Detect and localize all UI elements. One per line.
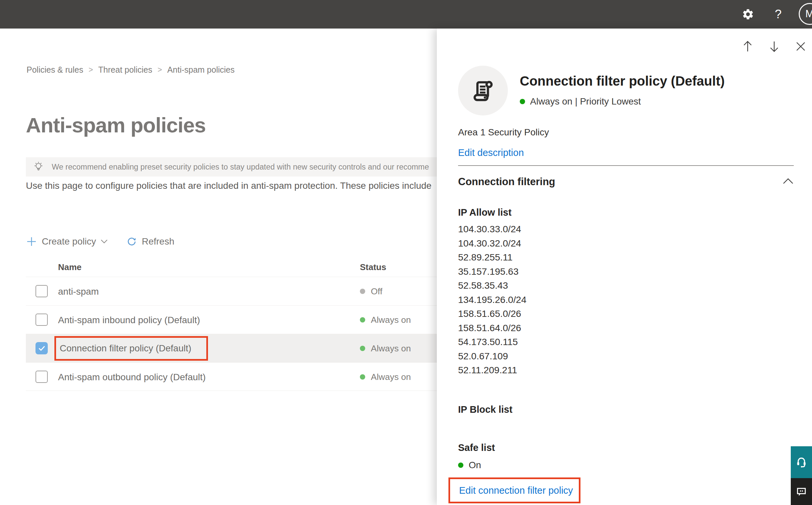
feedback-chat-button[interactable] <box>791 478 812 505</box>
status-dot-green <box>360 317 365 323</box>
edit-connection-filter-policy-link[interactable]: Edit connection filter policy <box>459 485 573 496</box>
ip-entry: 35.157.195.63 <box>458 265 527 279</box>
section-connection-filtering[interactable]: Connection filtering <box>458 176 794 188</box>
chevron-up-icon[interactable] <box>783 177 794 184</box>
row-checkbox-unchecked[interactable] <box>35 371 48 383</box>
create-policy-label: Create policy <box>42 236 96 247</box>
chevron-down-icon <box>100 239 108 244</box>
feedback-chat-icon <box>795 485 808 498</box>
ip-entry: 104.30.32.0/24 <box>458 236 527 250</box>
safe-list-status: On <box>458 460 481 471</box>
top-app-bar: ? M <box>0 0 812 28</box>
ip-entry: 52.58.35.43 <box>458 278 527 293</box>
ip-block-list-label: IP Block list <box>458 404 513 415</box>
breadcrumb-policies-rules[interactable]: Policies & rules <box>26 65 83 75</box>
breadcrumb: Policies & rules > Threat policies > Ant… <box>26 65 234 75</box>
headset-icon <box>794 455 808 469</box>
breadcrumb-separator: > <box>158 65 162 74</box>
lightbulb-icon <box>32 161 44 173</box>
plus-icon <box>26 236 37 247</box>
ip-entry: 52.89.255.11 <box>458 250 527 265</box>
main-content: Policies & rules > Threat policies > Ant… <box>0 28 437 505</box>
status-dot-green <box>458 463 463 468</box>
column-header-name[interactable]: Name <box>58 262 81 273</box>
column-header-status[interactable]: Status <box>360 262 386 273</box>
details-flyout-panel: Connection filter policy (Default) Alway… <box>437 28 812 505</box>
policy-name-link[interactable]: Anti-spam outbound policy (Default) <box>58 372 206 382</box>
panel-status-text: Always on | Priority Lowest <box>530 96 641 107</box>
page-description: Use this page to configure policies that… <box>26 180 437 191</box>
account-avatar[interactable]: M <box>799 3 812 25</box>
refresh-label: Refresh <box>142 236 174 247</box>
command-bar: Create policy Refresh <box>26 231 179 251</box>
table-row-selected[interactable]: Connection filter policy (Default) Alway… <box>26 334 437 362</box>
status-cell: Always on <box>360 363 411 391</box>
refresh-icon <box>127 236 137 247</box>
banner-text: We recommend enabling preset security po… <box>52 163 429 172</box>
edit-description-link[interactable]: Edit description <box>458 147 524 158</box>
status-dot-green <box>360 346 365 351</box>
annotation-highlight-box: Connection filter policy (Default) <box>54 336 208 361</box>
help-icon[interactable]: ? <box>770 0 786 28</box>
checkmark-icon <box>38 344 46 352</box>
panel-status-line: Always on | Priority Lowest <box>520 96 641 107</box>
status-dot-green <box>360 374 365 379</box>
refresh-button[interactable]: Refresh <box>127 236 179 247</box>
next-item-arrow-down-icon[interactable] <box>768 40 781 53</box>
ip-entry: 52.0.67.109 <box>458 349 527 363</box>
close-icon[interactable] <box>794 40 807 53</box>
breadcrumb-separator: > <box>88 65 93 74</box>
table-row[interactable]: Anti-spam inbound policy (Default) Alway… <box>26 305 437 334</box>
policy-description: Area 1 Security Policy <box>458 127 549 138</box>
safe-list-status-text: On <box>469 460 481 471</box>
settings-gear-icon[interactable] <box>739 0 757 28</box>
ip-entry: 158.51.65.0/26 <box>458 307 527 321</box>
status-cell: Off <box>360 277 382 306</box>
status-label: Always on <box>371 343 411 354</box>
recommendation-banner: We recommend enabling preset security po… <box>26 157 437 177</box>
policy-name-link[interactable]: Anti-spam inbound policy (Default) <box>58 315 200 326</box>
status-cell: Always on <box>360 334 411 363</box>
ip-allow-list: 104.30.33.0/24 104.30.32.0/24 52.89.255.… <box>458 222 527 377</box>
status-label: Off <box>371 286 382 297</box>
table-header: Name Status <box>26 259 437 277</box>
breadcrumb-threat-policies[interactable]: Threat policies <box>98 65 152 75</box>
row-checkbox-checked[interactable] <box>35 342 48 354</box>
policy-name-link[interactable]: anti-spam <box>58 286 99 297</box>
divider <box>458 165 794 166</box>
policy-table: anti-spam Off Anti-spam inbound policy (… <box>26 277 437 391</box>
status-label: Always on <box>371 372 411 382</box>
row-checkbox-unchecked[interactable] <box>35 285 48 297</box>
safe-list-label: Safe list <box>458 442 495 453</box>
table-row[interactable]: Anti-spam outbound policy (Default) Alwa… <box>26 362 437 391</box>
ip-entry: 158.51.64.0/26 <box>458 321 527 335</box>
support-help-button[interactable] <box>791 446 812 478</box>
annotation-highlight-box: Edit connection filter policy <box>448 478 581 503</box>
section-title: Connection filtering <box>458 176 555 187</box>
create-policy-button[interactable]: Create policy <box>26 236 108 247</box>
table-row[interactable]: anti-spam Off <box>26 277 437 305</box>
status-dot-gray <box>360 289 365 294</box>
ip-entry: 52.11.209.211 <box>458 363 527 377</box>
breadcrumb-anti-spam-policies[interactable]: Anti-spam policies <box>167 65 234 75</box>
status-cell: Always on <box>360 306 411 334</box>
status-label: Always on <box>371 315 411 325</box>
ip-allow-list-label: IP Allow list <box>458 207 512 218</box>
ip-entry: 104.30.33.0/24 <box>458 222 527 236</box>
ip-entry: 134.195.26.0/24 <box>458 293 527 307</box>
page-title: Anti-spam policies <box>26 113 206 137</box>
policy-scroll-icon <box>458 66 508 116</box>
previous-item-arrow-up-icon[interactable] <box>741 40 754 53</box>
status-dot-green <box>520 99 525 104</box>
panel-title: Connection filter policy (Default) <box>520 74 795 89</box>
ip-entry: 54.173.50.115 <box>458 335 527 349</box>
row-checkbox-unchecked[interactable] <box>35 314 48 326</box>
policy-name-link[interactable]: Connection filter policy (Default) <box>60 343 191 354</box>
